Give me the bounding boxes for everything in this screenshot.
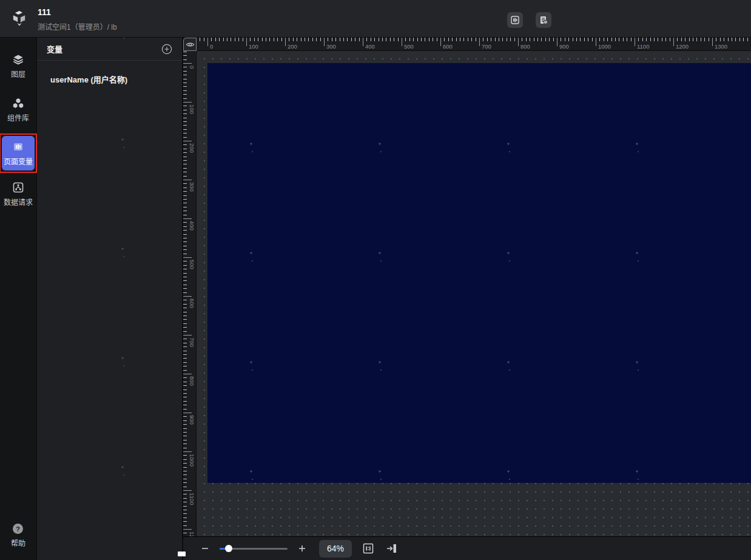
canvas-workspace: 0100200300400500600700800900100011001200… xyxy=(183,38,751,560)
bar-chart-icon xyxy=(510,15,520,25)
panel-splitter[interactable] xyxy=(182,38,183,560)
bar-chart-button[interactable] xyxy=(507,12,523,28)
sidebar-help-label: 帮助 xyxy=(11,538,25,548)
collapse-right-icon xyxy=(385,542,397,555)
watermark-overlay xyxy=(37,38,182,560)
plus-icon xyxy=(298,544,306,553)
svg-text:?: ? xyxy=(16,525,20,533)
variables-list: userName (用户名称) xyxy=(37,61,182,87)
variables-panel: 变量 userName (用户名称) xyxy=(36,38,182,560)
zoom-out-button[interactable] xyxy=(200,544,210,553)
sidebar-item-layers[interactable]: 图层 xyxy=(0,53,36,79)
variable-list-item[interactable]: userName (用户名称) xyxy=(37,71,182,87)
sidebar-item-data-request[interactable]: 数据请求 xyxy=(0,181,36,207)
eye-icon xyxy=(186,40,195,49)
sidebar: 图层 组件库 页面变量 xyxy=(0,38,36,560)
panel-resize-handle[interactable] xyxy=(178,552,186,556)
zoom-level-button[interactable]: 64% xyxy=(319,540,352,558)
breadcrumb: 测试空间1（管理员）/ lb xyxy=(38,21,117,32)
page-title: 111 xyxy=(38,7,117,17)
variables-panel-header: 变量 xyxy=(37,38,182,61)
layers-icon xyxy=(12,53,24,66)
collapse-right-panel-button[interactable] xyxy=(385,542,398,555)
canvas-artboard[interactable] xyxy=(207,63,751,483)
actual-size-button[interactable] xyxy=(362,542,375,555)
toggle-guides-button[interactable] xyxy=(183,38,197,51)
pasteboard[interactable] xyxy=(197,51,751,536)
ruler-vertical[interactable]: 0100200300400500600700800900100011001200 xyxy=(183,51,197,536)
add-variable-button[interactable] xyxy=(161,44,172,55)
minus-icon xyxy=(201,544,209,553)
document-history-icon xyxy=(539,15,548,25)
sidebar-item-label: 数据请求 xyxy=(4,197,33,207)
question-icon: ? xyxy=(12,523,24,535)
zoom-toolbar: 64% xyxy=(183,536,751,560)
ruler-horizontal[interactable]: 0100200300400500600700800900100011001200… xyxy=(197,38,751,51)
sidebar-item-components[interactable]: 组件库 xyxy=(0,97,36,123)
body-row: 图层 组件库 页面变量 xyxy=(0,38,751,560)
topbar-actions xyxy=(507,12,551,28)
document-history-button[interactable] xyxy=(536,12,551,28)
sidebar-item-label: 图层 xyxy=(11,69,25,79)
one-to-one-icon xyxy=(362,542,374,555)
page-variables-icon xyxy=(12,141,24,153)
variables-panel-title: 变量 xyxy=(47,43,62,55)
app-logo-icon[interactable] xyxy=(7,7,32,31)
red-annotation-box: 页面变量 xyxy=(0,133,37,173)
sidebar-item-label: 页面变量 xyxy=(4,156,33,166)
plus-circle-icon xyxy=(161,44,172,55)
data-request-icon xyxy=(12,181,24,194)
sidebar-item-help[interactable]: ? 帮助 xyxy=(11,523,25,548)
zoom-slider[interactable] xyxy=(220,544,288,553)
sidebar-item-label: 组件库 xyxy=(7,112,29,123)
sidebar-item-page-variables[interactable]: 页面变量 xyxy=(2,136,35,170)
zoom-in-button[interactable] xyxy=(297,544,307,553)
zoom-slider-thumb[interactable] xyxy=(225,545,232,552)
topbar: 111 测试空间1（管理员）/ lb xyxy=(0,0,751,38)
components-icon xyxy=(12,97,24,109)
